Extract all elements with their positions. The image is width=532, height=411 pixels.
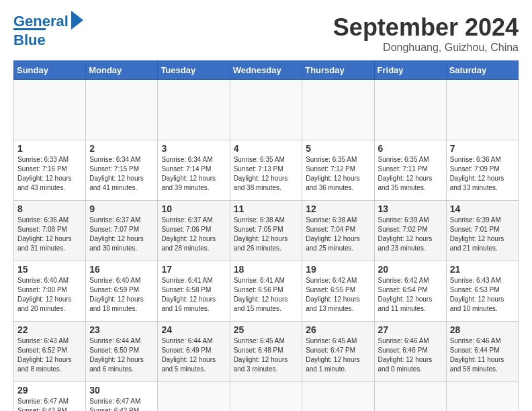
day-info: Sunrise: 6:40 AM Sunset: 6:59 PM Dayligh… xyxy=(89,276,154,314)
calendar-cell: 12Sunrise: 6:38 AM Sunset: 7:04 PM Dayli… xyxy=(302,201,374,261)
day-info: Sunrise: 6:41 AM Sunset: 6:56 PM Dayligh… xyxy=(234,276,299,314)
day-info: Sunrise: 6:44 AM Sunset: 6:50 PM Dayligh… xyxy=(89,336,154,374)
calendar-cell: 17Sunrise: 6:41 AM Sunset: 6:58 PM Dayli… xyxy=(158,261,230,322)
calendar-cell: 2Sunrise: 6:34 AM Sunset: 7:15 PM Daylig… xyxy=(86,140,158,201)
day-number: 12 xyxy=(306,203,370,214)
calendar-cell: 15Sunrise: 6:40 AM Sunset: 7:00 PM Dayli… xyxy=(14,261,86,322)
calendar-cell: 29Sunrise: 6:47 AM Sunset: 6:43 PM Dayli… xyxy=(14,382,86,412)
day-number: 20 xyxy=(378,264,443,275)
calendar-cell: 9Sunrise: 6:37 AM Sunset: 7:07 PM Daylig… xyxy=(86,201,158,261)
month-title: September 2024 xyxy=(333,13,519,42)
calendar-week-row: 1Sunrise: 6:33 AM Sunset: 7:16 PM Daylig… xyxy=(14,140,519,201)
col-saturday: Saturday xyxy=(446,61,518,80)
col-sunday: Sunday xyxy=(14,61,86,80)
calendar-cell xyxy=(446,80,518,140)
day-number: 27 xyxy=(378,324,443,335)
calendar-cell: 30Sunrise: 6:47 AM Sunset: 6:42 PM Dayli… xyxy=(86,382,158,412)
logo-blue-text: Blue xyxy=(13,28,46,49)
day-info: Sunrise: 6:46 AM Sunset: 6:46 PM Dayligh… xyxy=(378,336,443,374)
day-number: 26 xyxy=(306,324,370,335)
day-info: Sunrise: 6:33 AM Sunset: 7:16 PM Dayligh… xyxy=(17,155,82,193)
day-number: 25 xyxy=(234,324,299,335)
calendar-cell xyxy=(230,80,302,140)
calendar-cell xyxy=(374,382,446,412)
calendar-cell: 1Sunrise: 6:33 AM Sunset: 7:16 PM Daylig… xyxy=(14,140,86,201)
calendar-cell: 16Sunrise: 6:40 AM Sunset: 6:59 PM Dayli… xyxy=(86,261,158,322)
day-info: Sunrise: 6:42 AM Sunset: 6:55 PM Dayligh… xyxy=(306,276,370,314)
calendar-cell xyxy=(446,382,518,412)
calendar-cell: 8Sunrise: 6:36 AM Sunset: 7:08 PM Daylig… xyxy=(14,201,86,261)
calendar-cell xyxy=(14,80,86,140)
day-number: 30 xyxy=(89,385,154,396)
day-number: 1 xyxy=(17,143,82,154)
day-info: Sunrise: 6:37 AM Sunset: 7:07 PM Dayligh… xyxy=(89,216,154,253)
calendar-cell xyxy=(158,382,230,412)
col-tuesday: Tuesday xyxy=(158,61,230,80)
day-info: Sunrise: 6:41 AM Sunset: 6:58 PM Dayligh… xyxy=(161,276,226,314)
calendar-cell: 4Sunrise: 6:35 AM Sunset: 7:13 PM Daylig… xyxy=(230,140,302,201)
calendar-cell: 22Sunrise: 6:43 AM Sunset: 6:52 PM Dayli… xyxy=(14,322,86,382)
day-number: 17 xyxy=(161,264,226,275)
day-info: Sunrise: 6:43 AM Sunset: 6:52 PM Dayligh… xyxy=(17,336,82,374)
calendar-cell xyxy=(158,80,230,140)
calendar-cell xyxy=(302,80,374,140)
day-number: 5 xyxy=(306,143,370,154)
day-info: Sunrise: 6:47 AM Sunset: 6:43 PM Dayligh… xyxy=(17,397,82,411)
col-wednesday: Wednesday xyxy=(230,61,302,80)
day-number: 15 xyxy=(17,264,82,275)
day-number: 14 xyxy=(450,203,515,214)
calendar-cell: 20Sunrise: 6:42 AM Sunset: 6:54 PM Dayli… xyxy=(374,261,446,322)
day-info: Sunrise: 6:40 AM Sunset: 7:00 PM Dayligh… xyxy=(17,276,82,314)
day-info: Sunrise: 6:35 AM Sunset: 7:12 PM Dayligh… xyxy=(306,155,370,193)
day-number: 16 xyxy=(89,264,154,275)
day-info: Sunrise: 6:44 AM Sunset: 6:49 PM Dayligh… xyxy=(161,336,226,374)
day-info: Sunrise: 6:39 AM Sunset: 7:01 PM Dayligh… xyxy=(450,216,515,253)
day-info: Sunrise: 6:36 AM Sunset: 7:09 PM Dayligh… xyxy=(450,155,515,193)
calendar-cell: 23Sunrise: 6:44 AM Sunset: 6:50 PM Dayli… xyxy=(86,322,158,382)
day-info: Sunrise: 6:38 AM Sunset: 7:04 PM Dayligh… xyxy=(306,216,370,253)
day-number: 13 xyxy=(378,203,443,214)
calendar-cell xyxy=(302,382,374,412)
day-number: 21 xyxy=(450,264,515,275)
day-number: 8 xyxy=(17,203,82,214)
calendar-cell: 18Sunrise: 6:41 AM Sunset: 6:56 PM Dayli… xyxy=(230,261,302,322)
calendar-cell: 11Sunrise: 6:38 AM Sunset: 7:05 PM Dayli… xyxy=(230,201,302,261)
calendar-cell xyxy=(374,80,446,140)
day-number: 22 xyxy=(17,324,82,335)
calendar-cell: 14Sunrise: 6:39 AM Sunset: 7:01 PM Dayli… xyxy=(446,201,518,261)
page-header: General Blue September 2024 Donghuang, G… xyxy=(13,13,519,54)
calendar-week-row: 29Sunrise: 6:47 AM Sunset: 6:43 PM Dayli… xyxy=(14,382,519,412)
calendar-week-row: 8Sunrise: 6:36 AM Sunset: 7:08 PM Daylig… xyxy=(14,201,519,261)
day-info: Sunrise: 6:46 AM Sunset: 6:44 PM Dayligh… xyxy=(450,336,515,374)
day-number: 29 xyxy=(17,385,82,396)
day-number: 28 xyxy=(450,324,515,335)
day-info: Sunrise: 6:37 AM Sunset: 7:06 PM Dayligh… xyxy=(161,216,226,253)
day-info: Sunrise: 6:45 AM Sunset: 6:48 PM Dayligh… xyxy=(234,336,299,374)
calendar-cell: 19Sunrise: 6:42 AM Sunset: 6:55 PM Dayli… xyxy=(302,261,374,322)
day-number: 3 xyxy=(161,143,226,154)
location-subtitle: Donghuang, Guizhou, China xyxy=(333,42,519,54)
col-friday: Friday xyxy=(374,61,446,80)
calendar-table: Sunday Monday Tuesday Wednesday Thursday… xyxy=(13,60,519,411)
day-number: 18 xyxy=(234,264,299,275)
logo-text: General xyxy=(13,13,69,30)
calendar-cell: 3Sunrise: 6:34 AM Sunset: 7:14 PM Daylig… xyxy=(158,140,230,201)
calendar-cell: 26Sunrise: 6:45 AM Sunset: 6:47 PM Dayli… xyxy=(302,322,374,382)
day-info: Sunrise: 6:38 AM Sunset: 7:05 PM Dayligh… xyxy=(234,216,299,253)
calendar-week-row: 15Sunrise: 6:40 AM Sunset: 7:00 PM Dayli… xyxy=(14,261,519,322)
day-number: 7 xyxy=(450,143,515,154)
day-number: 19 xyxy=(306,264,370,275)
calendar-cell: 21Sunrise: 6:43 AM Sunset: 6:53 PM Dayli… xyxy=(446,261,518,322)
day-number: 6 xyxy=(378,143,443,154)
calendar-cell: 28Sunrise: 6:46 AM Sunset: 6:44 PM Dayli… xyxy=(446,322,518,382)
day-info: Sunrise: 6:42 AM Sunset: 6:54 PM Dayligh… xyxy=(378,276,443,314)
day-info: Sunrise: 6:45 AM Sunset: 6:47 PM Dayligh… xyxy=(306,336,370,374)
calendar-cell: 24Sunrise: 6:44 AM Sunset: 6:49 PM Dayli… xyxy=(158,322,230,382)
calendar-week-row: 22Sunrise: 6:43 AM Sunset: 6:52 PM Dayli… xyxy=(14,322,519,382)
day-info: Sunrise: 6:34 AM Sunset: 7:15 PM Dayligh… xyxy=(89,155,154,193)
day-info: Sunrise: 6:34 AM Sunset: 7:14 PM Dayligh… xyxy=(161,155,226,193)
calendar-cell: 6Sunrise: 6:35 AM Sunset: 7:11 PM Daylig… xyxy=(374,140,446,201)
calendar-cell: 10Sunrise: 6:37 AM Sunset: 7:06 PM Dayli… xyxy=(158,201,230,261)
col-thursday: Thursday xyxy=(302,61,374,80)
day-number: 4 xyxy=(234,143,299,154)
